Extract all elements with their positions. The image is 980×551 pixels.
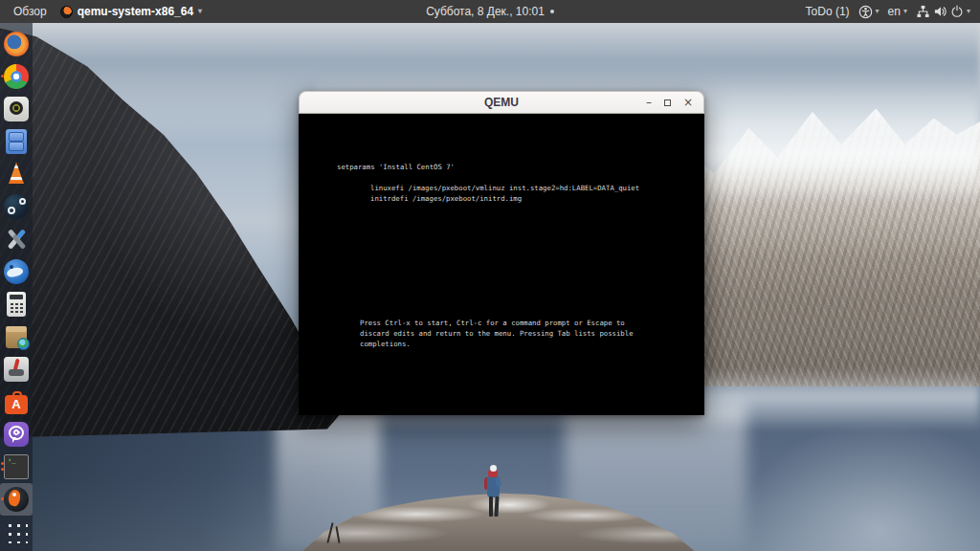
dock-item-tools[interactable] — [0, 223, 33, 255]
window-title: QEMU — [300, 96, 703, 109]
notification-dot — [550, 10, 554, 13]
wallpaper-water-reflection — [727, 411, 980, 551]
dock-item-red-lever[interactable] — [0, 353, 33, 386]
vlc-icon — [4, 162, 29, 187]
chromium-icon — [4, 64, 29, 89]
top-bar: Обзор qemu-system-x86_64 ▾ Суббота, 8 Де… — [0, 0, 980, 23]
grub-linuxefi-line: linuxefi /images/pxeboot/vmlinuz inst.st… — [370, 184, 639, 192]
dock-item-vlc[interactable] — [0, 158, 33, 190]
package-globe-icon — [6, 329, 27, 348]
grub-edit-screen[interactable]: setparams 'Install CentOS 7' linuxefi /i… — [299, 114, 704, 415]
accessibility-menu[interactable]: ▾ — [858, 5, 880, 19]
grub-help-line: discard edits and return to the menu. Pr… — [360, 329, 634, 338]
wired-network-icon — [916, 5, 930, 18]
dock-item-thunderbird[interactable] — [0, 255, 33, 288]
qemu-app-icon — [60, 6, 73, 18]
person-leg — [489, 496, 493, 517]
dock-item-chromium[interactable] — [0, 60, 33, 93]
qemu-window-titlebar[interactable]: QEMU – × — [299, 91, 704, 114]
show-apps-icon — [5, 520, 28, 543]
system-menu[interactable]: ▾ — [916, 5, 970, 18]
red-lever-icon — [4, 357, 29, 382]
grub-command-lines: linuxefi /images/pxeboot/vmlinuz inst.st… — [370, 183, 639, 204]
person-leg — [494, 496, 499, 517]
grub-initrdefi-line: initrdefi /images/pxeboot/initrd.img — [370, 194, 522, 203]
keyboard-layout-label: en — [888, 5, 901, 18]
dock-item-ubuntu-software[interactable]: A — [0, 386, 33, 418]
grub-help-text: Press Ctrl-x to start, Ctrl-c for a comm… — [360, 318, 634, 349]
accessibility-icon — [858, 5, 873, 19]
close-button[interactable]: × — [683, 97, 693, 108]
grub-help-line: Press Ctrl-x to start, Ctrl-c for a comm… — [360, 319, 625, 327]
media-player-icon — [4, 97, 29, 121]
dock-item-package-manager[interactable] — [0, 320, 33, 353]
chevron-down-icon: ▾ — [903, 8, 907, 15]
top-bar-left: Обзор qemu-system-x86_64 ▾ — [0, 5, 202, 18]
calculator-icon — [7, 292, 26, 317]
todo-indicator[interactable]: ToDo (1) — [806, 5, 850, 18]
dock-item-qemu[interactable] — [0, 483, 33, 516]
show-applications-button[interactable] — [0, 516, 33, 548]
window-controls: – × — [646, 97, 703, 108]
keyboard-layout-menu[interactable]: en ▾ — [888, 5, 907, 18]
maximize-button[interactable] — [664, 99, 671, 106]
volume-icon — [933, 5, 947, 18]
grub-setparams-line: setparams 'Install CentOS 7' — [337, 162, 455, 172]
viber-icon — [4, 422, 29, 447]
dock: A — [0, 23, 33, 551]
power-icon — [950, 5, 964, 18]
chevron-down-icon: ▾ — [198, 8, 202, 15]
focused-app-menu[interactable]: qemu-system-x86_64 ▾ — [60, 5, 202, 18]
top-bar-right: ToDo (1) ▾ en ▾ — [806, 5, 980, 19]
dock-item-media-player[interactable] — [0, 93, 33, 125]
dock-item-calculator[interactable] — [0, 288, 33, 320]
terminal-icon — [4, 454, 29, 479]
dock-item-viber[interactable] — [0, 418, 33, 451]
person-figure — [480, 465, 505, 522]
grub-help-line: completions. — [360, 340, 411, 348]
focused-app-name: qemu-system-x86_64 — [78, 5, 193, 18]
phone-icon — [12, 429, 20, 436]
thunderbird-icon — [4, 259, 29, 284]
chevron-down-icon: ▾ — [876, 8, 880, 15]
chevron-down-icon: ▾ — [967, 8, 970, 15]
minimize-button[interactable]: – — [646, 97, 652, 108]
activities-button[interactable]: Обзор — [13, 5, 47, 18]
dock-item-firefox[interactable] — [0, 28, 33, 60]
ubuntu-software-icon: A — [5, 395, 28, 414]
dock-item-terminal[interactable] — [0, 451, 33, 483]
qemu-icon — [4, 487, 29, 512]
dock-item-steam[interactable] — [0, 190, 33, 223]
dock-item-file-cabinet[interactable] — [0, 125, 33, 158]
steam-icon — [4, 194, 29, 219]
clock-button[interactable]: Суббота, 8 Дек., 10:01 — [426, 5, 545, 18]
firefox-icon — [4, 32, 29, 56]
qemu-window: QEMU – × setparams 'Install CentOS 7' li… — [299, 91, 704, 415]
tools-icon — [4, 227, 29, 252]
file-cabinet-icon — [6, 129, 27, 154]
person-cap — [490, 465, 497, 472]
